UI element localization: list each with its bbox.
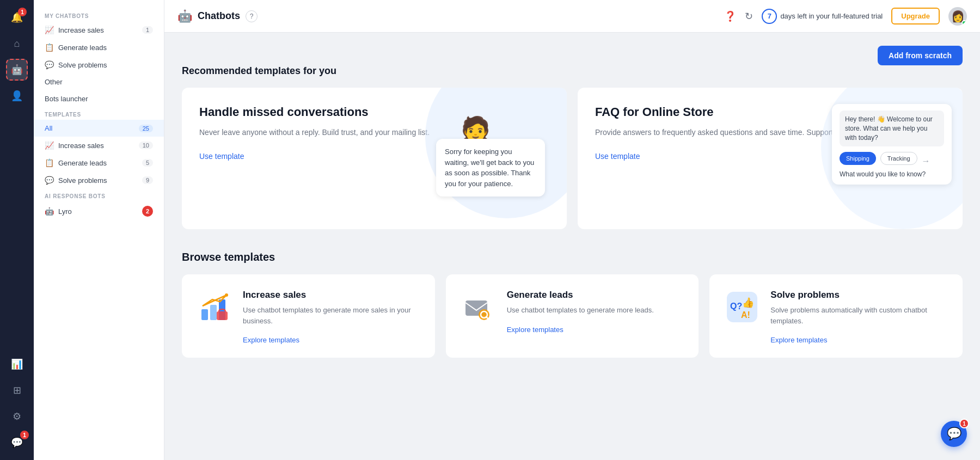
solve-problems-icon: 💬 bbox=[45, 60, 54, 69]
sidebar-increase-sales-label: Increase sales bbox=[58, 26, 104, 34]
sidebar-item-solve-problems[interactable]: 💬 Solve problems bbox=[34, 56, 164, 73]
lyro-icon: 🤖 bbox=[45, 207, 54, 216]
navigation-bar: 🔔 1 ⌂ 🤖 👤 📊 ⊞ ⚙ 💬 1 bbox=[0, 0, 34, 460]
sidebar-item-increase-sales[interactable]: 📈 Increase sales 1 bbox=[34, 21, 164, 39]
header: 🤖 Chatbots ? ❓ ↻ 7 days left in your ful… bbox=[164, 0, 980, 33]
templates-section-title: TEMPLATES bbox=[34, 107, 164, 120]
notification-icon[interactable]: 🔔 1 bbox=[6, 7, 28, 28]
sidebar-templates-sales-label: Increase sales bbox=[58, 142, 104, 150]
upgrade-button[interactable]: Upgrade bbox=[891, 8, 940, 24]
trial-text: days left in your full-featured trial bbox=[780, 12, 883, 20]
browse-cards-grid: Increase sales Use chatbot templates to … bbox=[182, 274, 963, 358]
faq-chat-greeting: Hey there! 👋 Welcome to our store. What … bbox=[840, 111, 944, 146]
sidebar-lyro-label: Lyro bbox=[58, 207, 72, 216]
home-icon[interactable]: ⌂ bbox=[6, 33, 28, 54]
faq-chat-question: What would you like to know? bbox=[840, 170, 944, 178]
sidebar-templates-leads-label: Generate leads bbox=[58, 159, 107, 167]
browse-problems-explore-link[interactable]: Explore templates bbox=[770, 336, 827, 344]
sidebar-bots-launcher-label: Bots launcher bbox=[45, 95, 88, 103]
svg-text:Q?: Q? bbox=[730, 302, 742, 311]
sidebar-item-templates-sales[interactable]: 📈 Increase sales 10 bbox=[34, 137, 164, 154]
content-area: Add from scratch Recommended templates f… bbox=[164, 33, 980, 460]
settings-icon[interactable]: ⚙ bbox=[6, 406, 28, 427]
templates-problems-icon: 💬 bbox=[45, 176, 54, 185]
header-refresh-icon[interactable]: ↻ bbox=[745, 10, 753, 22]
sidebar-solve-problems-label: Solve problems bbox=[58, 61, 107, 69]
apps-icon[interactable]: ⊞ bbox=[6, 379, 28, 401]
templates-leads-icon: 📋 bbox=[45, 158, 54, 167]
svg-rect-0 bbox=[201, 309, 208, 320]
tracking-button[interactable]: Tracking bbox=[880, 152, 917, 165]
templates-leads-badge: 5 bbox=[142, 159, 153, 167]
chat-support-icon[interactable]: 💬 1 bbox=[6, 432, 28, 453]
browse-leads-explore-link[interactable]: Explore templates bbox=[507, 326, 564, 334]
svg-point-4 bbox=[225, 293, 228, 297]
sidebar-item-all-templates[interactable]: All 25 bbox=[34, 120, 164, 137]
chatbot-nav-icon[interactable]: 🤖 bbox=[6, 59, 28, 81]
chat-widget-button[interactable]: 💬 1 bbox=[941, 421, 967, 447]
template-card-faq: FAQ for Online Store Provide answers to … bbox=[578, 88, 963, 229]
notification-badge: 1 bbox=[18, 8, 27, 16]
browse-card-increase-sales: Increase sales Use chatbot templates to … bbox=[182, 274, 435, 358]
svg-text:A!: A! bbox=[741, 310, 750, 320]
sidebar-item-lyro[interactable]: 🤖 Lyro 2 bbox=[34, 201, 164, 221]
browse-sales-desc: Use chatbot templates to generate more s… bbox=[243, 305, 420, 326]
generate-leads-browse-icon bbox=[461, 290, 496, 324]
sidebar-item-other[interactable]: Other bbox=[34, 73, 164, 90]
recommended-templates-grid: Handle missed conversations Never leave … bbox=[182, 88, 963, 229]
browse-problems-title: Solve problems bbox=[770, 290, 947, 300]
reports-icon[interactable]: 📊 bbox=[6, 353, 28, 375]
template2-illustration: Hey there! 👋 Welcome to our store. What … bbox=[788, 88, 963, 229]
avatar[interactable]: 👩 bbox=[948, 7, 967, 26]
shipping-button[interactable]: Shipping bbox=[840, 152, 876, 165]
avatar-online-dot bbox=[961, 20, 967, 26]
browse-section-title: Browse templates bbox=[182, 251, 963, 263]
sidebar-item-templates-leads[interactable]: 📋 Generate leads 5 bbox=[34, 154, 164, 171]
increase-sales-icon: 📈 bbox=[45, 26, 54, 34]
trial-days: 7 bbox=[762, 9, 777, 24]
sidebar: MY CHATBOTS 📈 Increase sales 1 📋 Generat… bbox=[34, 0, 164, 460]
increase-sales-browse-icon bbox=[197, 290, 232, 324]
sidebar-item-generate-leads[interactable]: 📋 Generate leads bbox=[34, 39, 164, 56]
browse-sales-explore-link[interactable]: Explore templates bbox=[243, 336, 299, 344]
main-area: 🤖 Chatbots ? ❓ ↻ 7 days left in your ful… bbox=[164, 0, 980, 460]
sidebar-all-label: All bbox=[45, 124, 52, 132]
sidebar-templates-problems-label: Solve problems bbox=[58, 176, 107, 185]
faq-chat-preview: Hey there! 👋 Welcome to our store. What … bbox=[832, 104, 952, 185]
template-card-handle-missed: Handle missed conversations Never leave … bbox=[182, 88, 567, 229]
card1-chat-bubble: Sorry for keeping you waiting, we'll get… bbox=[436, 139, 545, 197]
templates-sales-badge: 10 bbox=[139, 142, 153, 149]
header-title: Chatbots bbox=[198, 10, 240, 22]
svg-rect-5 bbox=[217, 311, 228, 320]
header-logo: 🤖 bbox=[177, 9, 192, 23]
solve-problems-browse-icon: Q? A! 👍 bbox=[725, 290, 759, 324]
browse-leads-desc: Use chatbot templates to generate more l… bbox=[507, 305, 684, 316]
chat-support-badge: 1 bbox=[19, 430, 30, 440]
recommended-section-title: Recommended templates for you bbox=[182, 65, 963, 77]
template1-use-link[interactable]: Use template bbox=[199, 152, 244, 161]
sidebar-item-bots-launcher[interactable]: Bots launcher bbox=[34, 90, 164, 107]
templates-sales-icon: 📈 bbox=[45, 141, 54, 150]
svg-rect-1 bbox=[210, 305, 217, 320]
generate-leads-icon: 📋 bbox=[45, 43, 54, 52]
svg-text:👍: 👍 bbox=[742, 297, 755, 309]
browse-problems-desc: Solve problems automatically with custom… bbox=[770, 305, 947, 326]
template2-use-link[interactable]: Use template bbox=[595, 152, 640, 161]
add-from-scratch-button[interactable]: Add from scratch bbox=[878, 46, 963, 65]
lyro-badge: 2 bbox=[142, 206, 153, 217]
contacts-icon[interactable]: 👤 bbox=[6, 85, 28, 107]
browse-card-generate-leads: Generate leads Use chatbot templates to … bbox=[446, 274, 699, 358]
sidebar-other-label: Other bbox=[45, 78, 63, 86]
chat-widget-badge: 1 bbox=[959, 419, 969, 428]
my-chatbots-section-title: MY CHATBOTS bbox=[34, 9, 164, 21]
trial-badge: 7 days left in your full-featured trial bbox=[762, 9, 883, 24]
templates-problems-badge: 9 bbox=[142, 176, 153, 184]
header-help-icon[interactable]: ❓ bbox=[724, 10, 736, 22]
sidebar-generate-leads-label: Generate leads bbox=[58, 44, 107, 52]
browse-leads-title: Generate leads bbox=[507, 290, 684, 300]
header-help-button[interactable]: ? bbox=[246, 10, 258, 22]
all-templates-badge: 25 bbox=[139, 125, 153, 132]
chat-arrow-icon: → bbox=[922, 156, 930, 166]
browse-card-solve-problems: Q? A! 👍 Solve problems Solve problems au… bbox=[709, 274, 963, 358]
sidebar-item-templates-problems[interactable]: 💬 Solve problems 9 bbox=[34, 171, 164, 189]
